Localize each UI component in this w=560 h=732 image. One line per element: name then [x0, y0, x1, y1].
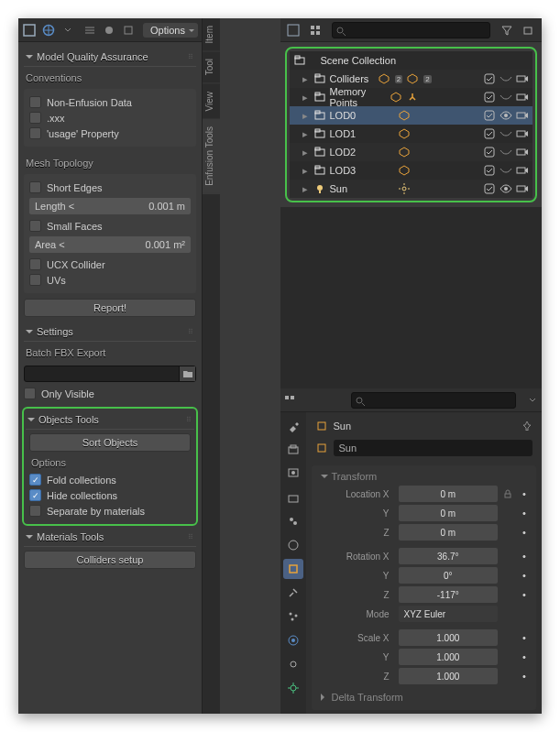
- outliner-row[interactable]: ▸Colliders22: [290, 70, 533, 88]
- tab-enfusion[interactable]: Enfusion Tools: [203, 119, 220, 194]
- camera-icon[interactable]: [516, 127, 529, 140]
- tab-tool[interactable]: Tool: [203, 51, 220, 83]
- new-collection-icon[interactable]: [520, 21, 538, 39]
- viewlayer-tab-icon[interactable]: [283, 487, 303, 508]
- check-xxx[interactable]: .xxx: [29, 110, 191, 126]
- loc-z-field[interactable]: 0 m: [399, 524, 499, 541]
- checkbox-icon[interactable]: [483, 127, 496, 140]
- checkbox-icon[interactable]: [483, 164, 496, 177]
- report-button[interactable]: Report!: [24, 299, 196, 317]
- clipboard-icon[interactable]: [120, 21, 136, 39]
- render-tab-icon[interactable]: [283, 440, 303, 460]
- section-settings[interactable]: Settings⠿: [24, 322, 196, 342]
- lock-icon[interactable]: [501, 670, 514, 683]
- check-separate[interactable]: Separate by materials: [29, 503, 191, 519]
- camera-icon[interactable]: [516, 182, 529, 195]
- options-icon[interactable]: [523, 391, 542, 410]
- disclosure-icon[interactable]: ▸: [301, 92, 310, 104]
- scene-tab-icon[interactable]: [283, 511, 303, 531]
- tool-tab-icon[interactable]: [283, 416, 303, 436]
- lock-icon[interactable]: [501, 526, 514, 539]
- transform-header[interactable]: Transform: [317, 471, 532, 484]
- mode-dropdown[interactable]: XYZ Euler: [399, 606, 499, 622]
- camera-icon[interactable]: [516, 146, 529, 158]
- camera-icon[interactable]: [516, 164, 529, 177]
- check-uvs[interactable]: UVs: [29, 272, 191, 288]
- outliner-row[interactable]: ▸Sun: [290, 180, 533, 198]
- rot-y-field[interactable]: 0°: [399, 567, 499, 584]
- lock-icon[interactable]: [501, 650, 514, 663]
- scale-z-field[interactable]: 1.000: [399, 668, 499, 684]
- tab-item[interactable]: Item: [203, 18, 220, 51]
- modifier-tab-icon[interactable]: [283, 583, 303, 603]
- world-tab-icon[interactable]: [283, 535, 303, 555]
- sort-objects-button[interactable]: Sort Objects: [29, 433, 191, 452]
- outliner-row[interactable]: ▸LOD0: [290, 106, 533, 125]
- dot-icon[interactable]: •: [518, 487, 531, 500]
- check-ucx[interactable]: UCX Collider: [29, 257, 191, 272]
- check-nonenfusion[interactable]: Non-Enfusion Data: [29, 94, 191, 110]
- camera-icon[interactable]: [516, 91, 529, 104]
- scale-x-field[interactable]: 1.000: [399, 629, 499, 646]
- check-usage[interactable]: 'usage' Property: [29, 126, 191, 141]
- outliner-row[interactable]: ▸Memory Points: [290, 88, 533, 106]
- folder-icon[interactable]: [179, 366, 195, 381]
- output-tab-icon[interactable]: [283, 464, 303, 484]
- down-icon[interactable]: [60, 21, 75, 39]
- check-only-visible[interactable]: Only Visible: [24, 386, 196, 401]
- outliner-row[interactable]: ▸LOD1: [290, 125, 533, 143]
- lock-icon[interactable]: [501, 631, 514, 644]
- record-icon[interactable]: [102, 21, 117, 39]
- scene-collection-row[interactable]: Scene Collection: [290, 51, 533, 70]
- visibility-icon[interactable]: [500, 164, 512, 177]
- editor-type-icon[interactable]: [284, 21, 302, 39]
- physics-tab-icon[interactable]: [283, 630, 303, 650]
- menu-icon[interactable]: [82, 21, 98, 39]
- disclosure-icon[interactable]: ▸: [301, 73, 310, 85]
- display-mode-icon[interactable]: [306, 21, 324, 39]
- check-short-edges[interactable]: Short Edges: [29, 180, 191, 195]
- disclosure-icon[interactable]: ▸: [301, 128, 310, 140]
- data-tab-icon[interactable]: [283, 678, 303, 698]
- checkbox-icon[interactable]: [483, 91, 496, 104]
- loc-y-field[interactable]: 0 m: [399, 505, 499, 521]
- camera-icon[interactable]: [516, 109, 529, 122]
- checkbox-icon[interactable]: [483, 72, 496, 85]
- visibility-icon[interactable]: [500, 91, 512, 104]
- section-objects[interactable]: Objects Tools⠿: [26, 410, 194, 430]
- disclosure-icon[interactable]: ▸: [301, 110, 310, 122]
- funnel-icon[interactable]: [498, 21, 516, 39]
- check-fold[interactable]: Fold collections: [29, 472, 191, 487]
- tab-view[interactable]: View: [203, 84, 220, 120]
- scale-y-field[interactable]: 1.000: [399, 649, 499, 665]
- visibility-icon[interactable]: [500, 109, 512, 122]
- checkbox-icon[interactable]: [483, 182, 496, 195]
- camera-icon[interactable]: [516, 72, 529, 85]
- check-hide[interactable]: Hide collections: [29, 487, 191, 503]
- area-field[interactable]: Area <0.001 m²: [29, 236, 191, 253]
- particles-tab-icon[interactable]: [283, 606, 303, 627]
- visibility-icon[interactable]: [500, 182, 512, 195]
- check-small-faces[interactable]: Small Faces: [29, 218, 191, 234]
- section-mqa[interactable]: Model Quality Assurance ⠿: [24, 48, 196, 67]
- drag-handle-icon[interactable]: ⠿: [188, 328, 194, 336]
- loc-x-field[interactable]: 0 m: [399, 486, 499, 502]
- visibility-icon[interactable]: [500, 146, 512, 158]
- delta-transform-header[interactable]: Delta Transform: [317, 686, 532, 705]
- rot-z-field[interactable]: -117°: [399, 586, 499, 603]
- checkbox-icon[interactable]: [483, 146, 496, 158]
- rot-x-field[interactable]: 36.7°: [399, 548, 499, 564]
- section-materials[interactable]: Materials Tools⠿: [24, 528, 196, 547]
- export-path-field[interactable]: [24, 366, 196, 382]
- editor-type-icon[interactable]: [22, 21, 38, 39]
- disclosure-icon[interactable]: ▸: [301, 147, 310, 158]
- disclosure-icon[interactable]: ▸: [301, 165, 310, 177]
- disclosure-icon[interactable]: ▸: [301, 183, 310, 195]
- drag-handle-icon[interactable]: ⠿: [188, 533, 194, 541]
- options-dropdown[interactable]: Options: [143, 23, 198, 38]
- editor-type-icon[interactable]: [280, 391, 299, 410]
- object-tab-icon[interactable]: [283, 559, 303, 579]
- object-name-field[interactable]: Sun: [334, 440, 533, 456]
- lock-icon[interactable]: [501, 507, 514, 519]
- pin-icon[interactable]: [522, 421, 533, 432]
